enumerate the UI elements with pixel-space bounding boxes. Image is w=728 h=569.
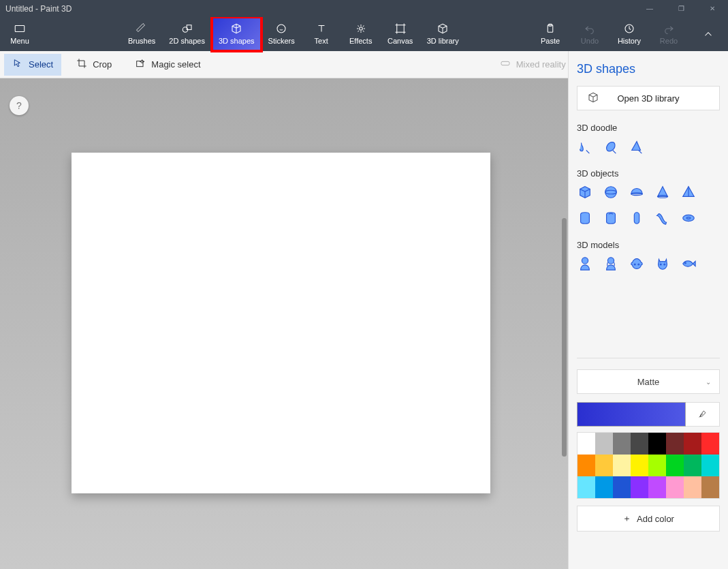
fish-model-button[interactable]	[680, 256, 697, 272]
material-select[interactable]: Matte ⌄	[577, 369, 720, 394]
palette-color[interactable]	[648, 455, 666, 476]
redo-button[interactable]: Redo	[649, 17, 689, 51]
side-panel: 3D shapes Open 3D library 3D doodle 3D o…	[568, 51, 728, 569]
history-button[interactable]: History	[610, 17, 649, 51]
select-tool[interactable]: Select	[4, 54, 61, 76]
stickers-icon	[275, 23, 287, 34]
3d-shapes-tab[interactable]: 3D shapes	[212, 17, 262, 51]
plus-icon: ＋	[622, 512, 631, 525]
palette-color[interactable]	[613, 455, 631, 476]
palette-color[interactable]	[666, 455, 684, 476]
canvas-icon	[394, 23, 407, 34]
palette-color[interactable]	[595, 455, 613, 476]
vertical-scrollbar[interactable]	[562, 218, 567, 457]
shapes2d-label: 2D shapes	[169, 37, 205, 45]
canvas-tab[interactable]: Canvas	[381, 17, 420, 51]
text-icon	[315, 23, 328, 34]
palette-color[interactable]	[631, 433, 648, 455]
close-button[interactable]: ✕	[697, 0, 728, 17]
cylinder-button[interactable]	[577, 210, 593, 226]
text-label: Text	[315, 37, 328, 45]
text-tab[interactable]: Text	[302, 17, 341, 51]
brushes-tab[interactable]: Brushes	[121, 17, 162, 51]
tube-doodle-button[interactable]	[577, 138, 593, 155]
cone-button[interactable]	[654, 184, 671, 200]
svg-point-19	[683, 215, 695, 221]
cube-icon	[587, 91, 599, 106]
shapes3d-icon	[230, 23, 242, 34]
palette-color[interactable]	[631, 455, 648, 476]
palette-color[interactable]	[684, 455, 701, 476]
undo-button[interactable]: Undo	[570, 17, 610, 51]
palette-color[interactable]	[648, 433, 666, 455]
redo-label: Redo	[660, 37, 678, 45]
crop-tool[interactable]: Crop	[68, 54, 120, 76]
palette-color[interactable]	[648, 476, 666, 498]
eyedropper-button[interactable]	[686, 402, 720, 427]
palette-color[interactable]	[684, 433, 701, 455]
palette-color[interactable]	[595, 476, 613, 498]
material-select-label: Matte	[637, 377, 660, 387]
soft-edge-doodle-button[interactable]	[603, 138, 619, 155]
svg-point-4	[359, 27, 362, 31]
man-model-button[interactable]	[577, 256, 593, 272]
add-color-button[interactable]: ＋ Add color	[577, 506, 720, 532]
collapse-ribbon-button[interactable]	[689, 17, 728, 51]
woman-model-button[interactable]	[603, 256, 619, 272]
effects-tab[interactable]: Effects	[341, 17, 381, 51]
palette-color[interactable]	[666, 433, 684, 455]
donut-button[interactable]	[680, 210, 697, 226]
palette-color[interactable]	[577, 433, 595, 455]
paste-button[interactable]: Paste	[531, 17, 570, 51]
pyramid-button[interactable]	[680, 184, 697, 200]
palette-row	[577, 455, 719, 476]
shapes2d-icon	[181, 23, 193, 34]
help-button[interactable]: ?	[10, 96, 29, 115]
canvas-label: Canvas	[387, 37, 413, 45]
maximize-button[interactable]: ❐	[665, 0, 697, 17]
open-3d-library-button[interactable]: Open 3D library	[577, 86, 720, 110]
palette-color[interactable]	[613, 433, 631, 455]
sphere-button[interactable]	[603, 184, 619, 200]
sharp-edge-doodle-button[interactable]	[629, 138, 645, 155]
color-palette	[577, 432, 720, 499]
curved-cylinder-button[interactable]	[654, 210, 671, 226]
minimize-button[interactable]: —	[634, 0, 665, 17]
palette-color[interactable]	[577, 455, 595, 476]
palette-color[interactable]	[684, 476, 701, 498]
canvas[interactable]	[72, 153, 490, 493]
3d-library-tab[interactable]: 3D library	[420, 17, 466, 51]
palette-color[interactable]	[701, 476, 719, 498]
palette-color[interactable]	[701, 433, 719, 455]
tube-button[interactable]	[603, 210, 619, 226]
palette-color[interactable]	[595, 433, 613, 455]
magic-select-tool[interactable]: Magic select	[127, 54, 208, 76]
palette-color[interactable]	[666, 476, 684, 498]
paste-label: Paste	[541, 37, 560, 45]
svg-rect-0	[15, 26, 25, 32]
ribbon: Menu Brushes 2D shapes 3D shapes Sticker…	[0, 17, 728, 51]
cat-model-button[interactable]	[654, 256, 671, 272]
system-buttons: — ❐ ✕	[634, 0, 728, 17]
2d-shapes-tab[interactable]: 2D shapes	[162, 17, 212, 51]
menu-label: Menu	[10, 37, 29, 45]
svg-rect-18	[634, 213, 639, 224]
palette-color[interactable]	[701, 455, 719, 476]
palette-color[interactable]	[613, 476, 631, 498]
stickers-tab[interactable]: Stickers	[262, 17, 302, 51]
svg-point-3	[277, 25, 285, 33]
undo-label: Undo	[581, 37, 599, 45]
dog-model-button[interactable]	[629, 256, 645, 272]
undo-icon	[584, 23, 596, 34]
cube-button[interactable]	[577, 184, 593, 200]
palette-color[interactable]	[577, 476, 595, 498]
capsule-button[interactable]	[629, 210, 645, 226]
palette-color[interactable]	[631, 476, 648, 498]
crop-icon	[76, 58, 87, 71]
models-row	[577, 256, 720, 272]
library3d-icon	[437, 23, 449, 34]
current-color-swatch[interactable]	[577, 402, 686, 427]
menu-button[interactable]: Menu	[0, 17, 39, 51]
hemisphere-button[interactable]	[629, 184, 645, 200]
history-label: History	[618, 37, 641, 45]
